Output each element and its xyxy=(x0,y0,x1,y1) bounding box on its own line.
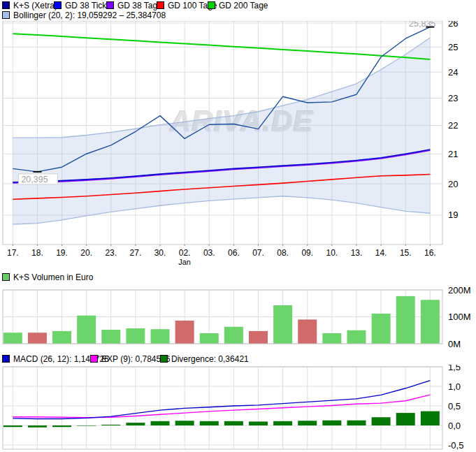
y-axis-label: 0,0 xyxy=(448,421,461,431)
divergence-bar xyxy=(421,411,440,425)
x-axis-label: 13. xyxy=(344,248,369,258)
price-chart-svg: 20,39525,8352625242322212019 xyxy=(0,21,476,246)
legend-item: GD 200 Tage xyxy=(208,1,268,10)
legend-item: GD 38 Tage xyxy=(106,1,162,10)
plot-border xyxy=(3,367,442,449)
divergence-bar xyxy=(77,425,96,426)
volume-bar xyxy=(3,333,22,344)
divergence-bar xyxy=(126,423,145,425)
divergence-bar xyxy=(175,421,194,425)
y-axis-label: 24 xyxy=(448,67,458,78)
volume-bar xyxy=(224,327,243,344)
x-axis-label: 19. xyxy=(50,248,75,258)
volume-bar xyxy=(298,319,317,344)
y-axis-label: 200M xyxy=(448,285,471,296)
divergence-bar xyxy=(28,425,47,428)
series-swatch xyxy=(208,1,215,9)
high-value-label: 25,835 xyxy=(409,21,435,29)
legend-label: Divergence: 0,36421 xyxy=(171,354,249,364)
y-axis-label: 1,5 xyxy=(448,365,461,372)
series-swatch xyxy=(54,1,62,9)
volume-bar xyxy=(101,330,120,344)
series-swatch xyxy=(2,273,10,281)
divergence-bar xyxy=(52,425,71,427)
y-axis-label: 26 xyxy=(448,21,458,29)
y-axis-label: 1,0 xyxy=(448,381,461,392)
series-swatch xyxy=(157,1,164,9)
divergence-bar xyxy=(298,421,317,425)
series-swatch xyxy=(90,355,98,363)
volume-bar xyxy=(151,329,170,344)
macd-chart-svg: 1,51,00,50,0-0,5 xyxy=(0,365,476,452)
x-axis-label: 16. xyxy=(417,248,442,258)
legend-item-bollinger: Bollinger (20, 2): 19,059292 – 25,384708 xyxy=(2,11,166,20)
y-axis-label: 100M xyxy=(448,312,471,322)
y-axis-label: -0,5 xyxy=(448,440,463,451)
x-axis-label: 18. xyxy=(24,248,50,258)
series-swatch xyxy=(2,1,10,9)
x-axis-label: 02. xyxy=(172,248,197,258)
volume-bar xyxy=(28,333,47,344)
x-axis-label: 30. xyxy=(147,248,173,258)
x-axis-label: 27. xyxy=(123,248,148,258)
stock-chart-page: K+S (Xetra) GD 38 Ticks GD 38 Tage GD 10… xyxy=(0,0,476,452)
x-axis-label: 15. xyxy=(393,248,418,258)
series-swatch xyxy=(106,1,114,9)
series-line-gd-200-tage xyxy=(13,34,430,59)
x-axis-label: 03. xyxy=(196,248,222,258)
divergence-bar xyxy=(3,425,22,427)
y-axis-label: 20 xyxy=(448,179,458,189)
y-axis-label: 22 xyxy=(448,120,458,131)
legend-label: GD 200 Tage xyxy=(219,1,268,10)
y-axis-label: 25 xyxy=(448,42,458,52)
divergence-bar xyxy=(224,421,243,425)
volume-bar xyxy=(273,305,292,344)
volume-bar xyxy=(372,314,391,344)
series-swatch xyxy=(2,11,10,19)
legend-label: K+S Volumen in Euro xyxy=(13,272,93,282)
y-axis-label: 0M xyxy=(448,339,461,349)
legend-item: Divergence: 0,36421 xyxy=(160,355,249,364)
legend-label: K+S (Xetra) xyxy=(13,1,57,10)
x-axis-label: 06. xyxy=(221,248,246,258)
volume-chart-svg: 200M100M0M xyxy=(0,285,476,351)
divergence-bar xyxy=(322,421,341,425)
x-axis-label: 14. xyxy=(368,248,394,258)
legend-item: EXP (9): 0,784516 xyxy=(90,355,171,364)
x-axis-label: 07. xyxy=(246,248,271,258)
divergence-bar xyxy=(273,421,292,425)
volume-bar xyxy=(396,296,415,344)
y-axis-label: 19 xyxy=(448,210,458,220)
legend-item-volume: K+S Volumen in Euro xyxy=(2,273,93,282)
divergence-bar xyxy=(151,421,170,425)
x-axis-label: 09. xyxy=(295,248,320,258)
volume-bar xyxy=(322,333,341,344)
divergence-bar xyxy=(101,425,120,425)
series-swatch xyxy=(2,355,10,363)
volume-bar xyxy=(77,316,96,344)
x-axis-label: 17. xyxy=(0,248,25,258)
legend-label: GD 38 Ticks xyxy=(65,1,110,10)
legend-label: Bollinger (20, 2): 19,059292 – 25,384708 xyxy=(13,10,166,20)
divergence-bar xyxy=(396,413,415,425)
low-value-label: 20,395 xyxy=(21,175,48,184)
legend-item: K+S (Xetra) xyxy=(2,1,57,10)
divergence-bar xyxy=(249,421,268,425)
volume-bar xyxy=(175,321,194,344)
volume-bar xyxy=(249,331,268,344)
series-swatch xyxy=(160,355,168,363)
y-axis-label: 0,5 xyxy=(448,401,461,411)
legend-item: GD 38 Ticks xyxy=(54,1,110,10)
y-axis-label: 21 xyxy=(448,149,458,159)
volume-bar xyxy=(200,333,219,344)
x-axis-label: 23. xyxy=(99,248,124,258)
divergence-bar xyxy=(372,417,391,425)
x-axis-label: 08. xyxy=(271,248,296,258)
y-axis-label: 23 xyxy=(448,93,458,103)
volume-bar xyxy=(126,328,145,344)
x-axis-month-label: Jan xyxy=(172,258,197,266)
volume-bar xyxy=(52,331,71,344)
divergence-bar xyxy=(200,421,219,425)
volume-bar xyxy=(347,330,366,344)
x-axis-label: 10. xyxy=(319,248,345,258)
